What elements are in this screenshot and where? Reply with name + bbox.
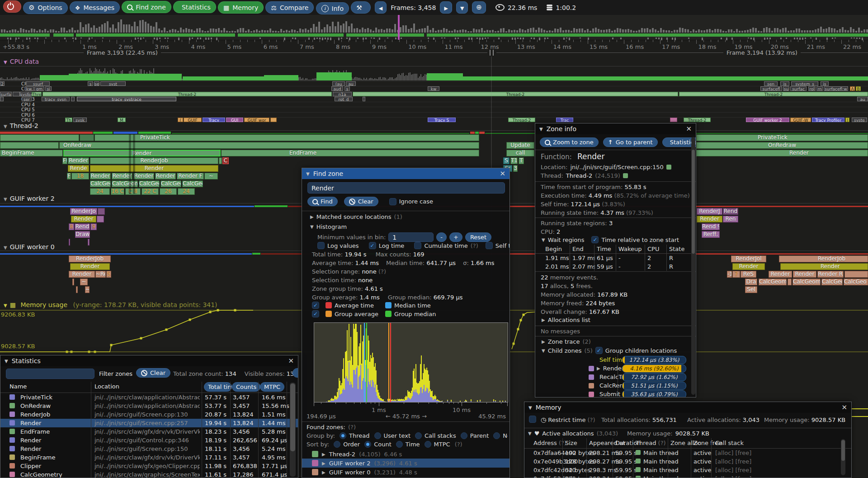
zone[interactable]: OnRedraw bbox=[696, 142, 868, 149]
zone[interactable]: ~ bbox=[85, 286, 90, 293]
zone[interactable]: CalcGeo C bbox=[844, 279, 868, 285]
zone[interactable] bbox=[88, 239, 90, 246]
radio-button[interactable] bbox=[364, 441, 371, 448]
allocation-row[interactable]: 0x7dfc53d898 8 bytes 298.34 ms 59.95 s M… bbox=[524, 474, 851, 478]
cpu-segment[interactable]: sen bbox=[764, 81, 778, 86]
cpu-segment[interactable]: Trac bbox=[556, 118, 573, 122]
zone[interactable]: ~ bbox=[80, 279, 88, 285]
zone[interactable]: CalcGeome bbox=[759, 279, 787, 285]
histogram-option[interactable]: Cumulate time (?) bbox=[414, 242, 478, 249]
group-children-checkbox[interactable] bbox=[595, 347, 603, 354]
frame-label-right[interactable]: Frame 3,194 (13.92 ms) bbox=[723, 49, 801, 56]
group-by-option[interactable]: Call stacks bbox=[415, 432, 456, 439]
zone[interactable] bbox=[98, 208, 105, 215]
zone[interactable]: call bbox=[506, 150, 534, 156]
cpu-segment[interactable]: n1a bbox=[333, 92, 352, 96]
worker2-header[interactable]: ▼GUIF worker 2 bbox=[4, 195, 55, 202]
cpu-segment[interactable]: gm bbox=[34, 86, 44, 91]
cpu-segment[interactable]: system_s bbox=[791, 81, 818, 86]
toolbar-button[interactable]: Memory bbox=[218, 1, 264, 14]
zone[interactable]: T1 bbox=[510, 157, 518, 164]
zone[interactable]: C bbox=[222, 157, 229, 164]
zone[interactable] bbox=[72, 279, 74, 285]
cpu-segment[interactable]: rot_d bbox=[335, 97, 353, 101]
statistics-row[interactable]: Render jni/../jni/src/guif/Screen.cpp:15… bbox=[0, 445, 298, 453]
child-zone-row[interactable]: Submit 35.63 µs (0.79%) bbox=[535, 390, 693, 398]
zone[interactable]: Render bbox=[68, 157, 89, 164]
radio-button[interactable] bbox=[340, 432, 346, 439]
statistics-row[interactable]: Render jni/../jni/src/guif/Screen.cpp:25… bbox=[0, 419, 298, 427]
cpu-segment[interactable]: ( bbox=[178, 118, 183, 122]
reset-button[interactable]: Reset bbox=[465, 232, 491, 242]
clear-filter-button[interactable]: Clear bbox=[136, 368, 170, 378]
cpu-segment[interactable] bbox=[71, 97, 75, 101]
zone[interactable]: Render bbox=[732, 263, 765, 270]
cpu-segment[interactable]: surfa bbox=[0, 92, 12, 96]
toolbar-button[interactable]: Info bbox=[316, 2, 349, 14]
zone[interactable]: Render bbox=[69, 271, 95, 278]
zone[interactable]: Render bbox=[697, 216, 722, 222]
close-icon[interactable]: ✕ bbox=[288, 358, 294, 364]
toolbar-button[interactable]: Find zone bbox=[122, 1, 171, 13]
zone[interactable]: -1 bbox=[727, 271, 732, 278]
statistics-row[interactable]: Clipper jni/../jni/src/claw/gfx/geo/Clip… bbox=[0, 462, 298, 470]
cpu-segment[interactable]: M bbox=[118, 118, 126, 122]
cpu-segment[interactable]: aud bbox=[331, 86, 343, 91]
cpu-segment[interactable] bbox=[670, 118, 677, 122]
radio-button[interactable] bbox=[461, 432, 467, 439]
zone[interactable]: CalcGeo bbox=[821, 279, 843, 285]
zone[interactable]: ReS bbox=[741, 271, 756, 278]
cpu-segment[interactable]: Thread-2 bbox=[684, 118, 711, 122]
statistics-row[interactable]: Render jni/../jni/src/guif/Control.cpp:3… bbox=[0, 436, 298, 445]
zone[interactable]: Sel bbox=[745, 286, 757, 293]
min-bin-input[interactable]: 1 bbox=[388, 232, 434, 242]
zone[interactable]: Render bbox=[71, 216, 96, 222]
zone[interactable]: Draw bbox=[75, 231, 90, 238]
column-counts[interactable]: Counts bbox=[232, 382, 260, 392]
zone[interactable]: Rend bbox=[723, 208, 738, 215]
zone[interactable] bbox=[0, 134, 79, 141]
checkbox[interactable] bbox=[369, 242, 376, 249]
zone[interactable]: 22 C bbox=[142, 188, 159, 195]
column-name[interactable]: Name bbox=[9, 383, 27, 390]
toolbar-button[interactable]: Options bbox=[23, 2, 67, 14]
child-zones-toggle[interactable]: ▼Child zones(5) Group children locations bbox=[542, 347, 677, 354]
statistics-row[interactable]: OnRedraw jni/../jni/src/claw/application… bbox=[0, 402, 298, 410]
zone[interactable] bbox=[69, 239, 70, 246]
zone[interactable]: F bbox=[67, 173, 71, 180]
cpu-segment[interactable]: Tracy Profiler bbox=[812, 118, 844, 122]
zone[interactable]: 5 bbox=[106, 271, 111, 278]
allocation-row[interactable]: 0x7e049b3d00 128 bytes 298.27 ms 59.95 s… bbox=[524, 457, 851, 466]
cpu-segment[interactable]: Thread-2 bbox=[42, 92, 332, 96]
cpu-segment[interactable]: Tracy bbox=[203, 118, 225, 122]
cpu-segment[interactable]: surfacefl bbox=[760, 86, 782, 91]
cpu-segment[interactable]: Thread-2 bbox=[508, 118, 535, 122]
zone[interactable]: Render bbox=[133, 173, 154, 180]
zone[interactable]: Render bbox=[769, 271, 792, 278]
cpu-data-header[interactable]: ▼CPU data bbox=[4, 58, 39, 65]
cpu-segment[interactable]: tracy_sysn bbox=[42, 97, 70, 101]
cpu-segment[interactable]: GUIF-W bbox=[790, 118, 811, 122]
allocation-row[interactable]: 0x7dfc42d640 32 bytes 298.3 ms 59.95 s M… bbox=[524, 466, 851, 474]
zone[interactable]: Rend 9 bbox=[702, 223, 720, 230]
location-line[interactable]: Location:jni/../jni/src/guif/Screen.cpp:… bbox=[541, 164, 671, 170]
cpu-segment[interactable]: A bbox=[850, 86, 855, 91]
wait-regions-toggle[interactable]: ▼Wait regions Time relative to zone star… bbox=[542, 236, 679, 243]
zone[interactable]: Render bbox=[63, 150, 221, 156]
sort-by-option[interactable]: Order bbox=[334, 441, 360, 448]
column-total-time[interactable]: Total tim bbox=[204, 382, 232, 392]
statistics-titlebar[interactable]: ▼Statistics ✕ bbox=[0, 355, 298, 366]
zone[interactable] bbox=[80, 134, 94, 141]
radio-button[interactable] bbox=[493, 432, 500, 439]
zone[interactable]: S bbox=[503, 157, 509, 164]
zone[interactable]: Render R bbox=[817, 271, 844, 278]
zone[interactable] bbox=[788, 279, 792, 285]
overview-frame-marker[interactable] bbox=[398, 15, 400, 40]
cpu-segment[interactable]: kw bbox=[428, 86, 439, 91]
zone[interactable]: Rende bbox=[68, 165, 89, 172]
radio-button[interactable] bbox=[425, 441, 431, 448]
zone[interactable] bbox=[97, 216, 104, 222]
zone[interactable]: RenderJo bbox=[70, 208, 97, 215]
column-location[interactable]: Location bbox=[94, 383, 119, 390]
radio-button[interactable] bbox=[396, 441, 403, 448]
